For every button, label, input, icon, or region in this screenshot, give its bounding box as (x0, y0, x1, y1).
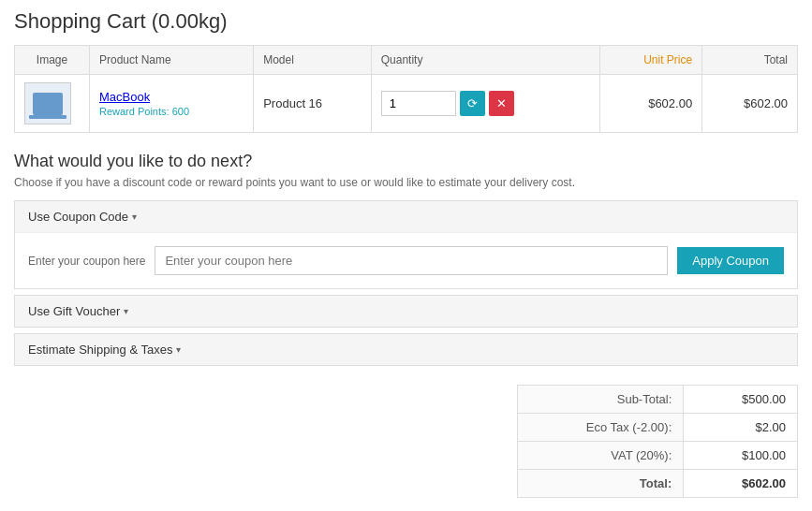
voucher-panel: Use Gift Voucher ▾ (14, 295, 798, 328)
totals-table: Sub-Total: $500.00 Eco Tax (-2.00): $2.0… (517, 385, 798, 498)
coupon-input[interactable] (155, 246, 668, 275)
product-image (24, 82, 71, 124)
subtotal-amount: $500.00 (684, 386, 798, 414)
product-name-cell: MacBook Reward Points: 600 (90, 75, 254, 133)
quantity-cell: ⟳ ✕ (371, 75, 599, 133)
total-amount: $602.00 (684, 470, 798, 498)
quantity-input[interactable] (381, 91, 456, 116)
ecotax-label: Eco Tax (-2.00): (518, 414, 684, 442)
apply-coupon-button[interactable]: Apply Coupon (677, 247, 784, 274)
remove-button[interactable]: ✕ (489, 91, 514, 116)
voucher-header-label: Use Gift Voucher (28, 304, 120, 318)
remove-icon: ✕ (496, 96, 507, 110)
next-section-heading: What would you like to do next? (14, 152, 798, 171)
total-label: Total: (518, 470, 684, 498)
vat-row: VAT (20%): $100.00 (518, 442, 798, 470)
coupon-header[interactable]: Use Coupon Code ▾ (15, 201, 797, 232)
coupon-panel: Use Coupon Code ▾ Enter your coupon here… (14, 200, 798, 289)
coupon-chevron-icon: ▾ (132, 212, 137, 222)
table-row: MacBook Reward Points: 600 Product 16 ⟳ … (15, 75, 798, 133)
total-cell: $602.00 (702, 75, 798, 133)
product-name-link[interactable]: MacBook (99, 90, 150, 104)
shipping-header[interactable]: Estimate Shipping & Taxes ▾ (15, 334, 797, 365)
ecotax-row: Eco Tax (-2.00): $2.00 (518, 414, 798, 442)
coupon-body: Enter your coupon here Apply Coupon (15, 232, 797, 288)
totals-section: Sub-Total: $500.00 Eco Tax (-2.00): $2.0… (14, 385, 798, 498)
refresh-button[interactable]: ⟳ (460, 91, 485, 116)
product-model: Product 16 (254, 75, 372, 133)
next-section-subtext: Choose if you have a discount code or re… (14, 176, 798, 189)
col-image: Image (15, 46, 90, 75)
col-quantity: Quantity (371, 46, 599, 75)
col-unit-price: Unit Price (599, 46, 701, 75)
coupon-label: Enter your coupon here (28, 255, 145, 268)
cart-table: Image Product Name Model Quantity Unit P… (14, 45, 798, 133)
voucher-header[interactable]: Use Gift Voucher ▾ (15, 296, 797, 327)
unit-price-cell: $602.00 (599, 75, 701, 133)
vat-amount: $100.00 (684, 442, 798, 470)
shipping-panel: Estimate Shipping & Taxes ▾ (14, 333, 798, 366)
page-title: Shopping Cart (0.00kg) (14, 9, 798, 34)
voucher-chevron-icon: ▾ (124, 306, 128, 316)
coupon-header-label: Use Coupon Code (28, 210, 128, 224)
subtotal-row: Sub-Total: $500.00 (518, 386, 798, 414)
shipping-chevron-icon: ▾ (176, 344, 181, 355)
col-total: Total (702, 46, 798, 75)
subtotal-label: Sub-Total: (518, 386, 684, 414)
vat-label: VAT (20%): (518, 442, 684, 470)
laptop-icon (33, 93, 63, 115)
ecotax-amount: $2.00 (684, 414, 798, 442)
col-model: Model (254, 46, 372, 75)
reward-points: Reward Points: 600 (99, 106, 189, 117)
total-row: Total: $602.00 (518, 470, 798, 498)
col-product-name: Product Name (90, 46, 254, 75)
shipping-header-label: Estimate Shipping & Taxes (28, 343, 172, 357)
refresh-icon: ⟳ (467, 96, 478, 110)
